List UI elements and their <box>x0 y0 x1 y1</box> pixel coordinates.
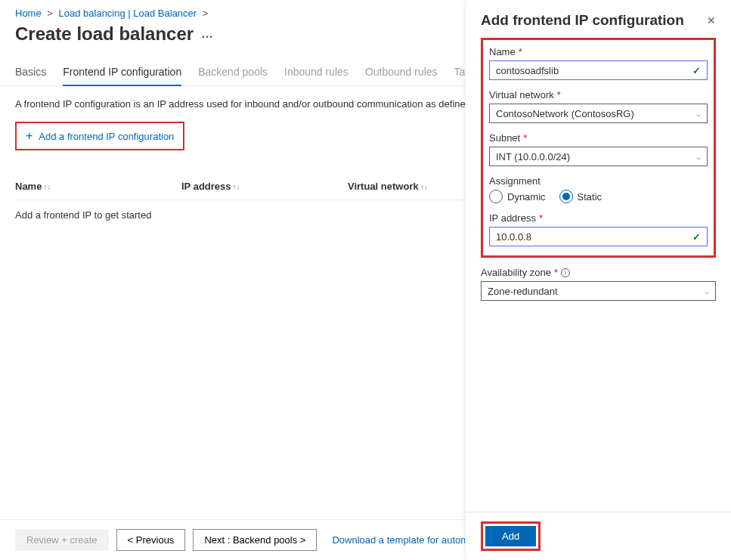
info-icon[interactable]: i <box>561 268 570 277</box>
add-button[interactable]: Add <box>485 526 536 546</box>
ip-input[interactable]: 10.0.0.8 ✓ <box>489 227 708 246</box>
subnet-select[interactable]: INT (10.0.0.0/24) ⌵ <box>489 147 708 166</box>
review-create-button: Review + create <box>15 529 109 551</box>
breadcrumb-lb[interactable]: Load balancing | Load Balancer <box>59 8 197 19</box>
plus-icon: + <box>26 129 33 143</box>
sort-icon: ↑↓ <box>233 183 240 191</box>
dynamic-radio[interactable]: Dynamic <box>489 190 546 203</box>
tab-frontend[interactable]: Frontend IP configuration <box>63 61 181 85</box>
azone-select[interactable]: Zone-redundant ⌵ <box>481 281 716 301</box>
static-radio[interactable]: Static <box>559 190 602 203</box>
ip-label: IP address* <box>489 212 708 224</box>
assignment-label: Assignment <box>489 175 708 187</box>
chevron-down-icon: ⌵ <box>696 153 701 161</box>
next-button[interactable]: Next : Backend pools > <box>193 529 317 551</box>
sort-icon: ↑↓ <box>43 183 51 191</box>
name-input[interactable]: contosoadfslib ✓ <box>489 60 708 80</box>
chevron-down-icon: ⌵ <box>696 110 701 118</box>
breadcrumb-sep-icon: > <box>47 8 53 19</box>
breadcrumb-home[interactable]: Home <box>15 8 42 19</box>
vnet-select[interactable]: ContosoNetwork (ContososRG) ⌵ <box>489 104 708 123</box>
col-name[interactable]: Name↑↓ <box>15 173 181 200</box>
tab-outbound[interactable]: Outbound rules <box>365 61 438 85</box>
azone-label: Availability zone* i <box>481 267 716 278</box>
download-template-link[interactable]: Download a template for automati <box>332 534 479 546</box>
tab-inbound[interactable]: Inbound rules <box>284 61 348 85</box>
highlight-box: Name* contosoadfslib ✓ Virtual network* … <box>481 38 716 258</box>
vnet-label: Virtual network* <box>489 89 708 101</box>
more-icon[interactable]: … <box>201 27 214 41</box>
previous-button[interactable]: < Previous <box>116 529 186 551</box>
chevron-down-icon: ⌵ <box>705 287 709 295</box>
add-frontend-ip-button[interactable]: + Add a frontend IP configuration <box>15 122 184 150</box>
close-icon[interactable]: ✕ <box>707 14 716 26</box>
check-icon: ✓ <box>692 65 701 76</box>
col-ip[interactable]: IP address↑↓ <box>181 173 348 200</box>
name-label: Name* <box>489 46 708 57</box>
add-frontend-panel: Add frontend IP configuration ✕ Name* co… <box>465 0 731 560</box>
add-frontend-ip-label: Add a frontend IP configuration <box>39 131 174 142</box>
sort-icon: ↑↓ <box>420 183 428 191</box>
check-icon: ✓ <box>692 231 701 243</box>
panel-title: Add frontend IP configuration <box>481 12 684 29</box>
breadcrumb-sep-icon: > <box>203 8 209 19</box>
tab-basics[interactable]: Basics <box>15 61 46 85</box>
page-title: Create load balancer <box>15 23 194 45</box>
subnet-label: Subnet* <box>489 132 708 144</box>
tab-backend[interactable]: Backend pools <box>198 61 268 85</box>
